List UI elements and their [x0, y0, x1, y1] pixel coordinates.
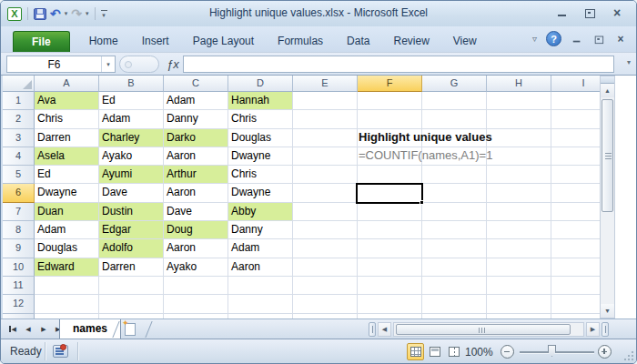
tab-review[interactable]: Review: [381, 31, 440, 52]
cell-H6[interactable]: [487, 184, 551, 202]
tab-scrollbar-split-handle[interactable]: [369, 322, 376, 337]
vertical-scrollbar[interactable]: ▲ ▼: [600, 76, 615, 318]
cell-C1[interactable]: Adam: [164, 92, 228, 110]
help-icon[interactable]: ?: [546, 31, 561, 46]
cell-B8[interactable]: Edgar: [99, 221, 164, 239]
cell-F9[interactable]: [358, 239, 422, 258]
page-break-view-button[interactable]: [445, 343, 462, 360]
name-box-dropdown-icon[interactable]: ▾: [101, 56, 115, 72]
cell-D2[interactable]: Chris: [228, 110, 293, 128]
cell-D4[interactable]: Dwayne: [228, 147, 293, 166]
fill-handle[interactable]: [420, 200, 424, 205]
cell-E12[interactable]: [293, 295, 358, 313]
resize-grip[interactable]: [632, 351, 633, 353]
cell-C6[interactable]: Aaron: [164, 184, 228, 202]
customize-quick-access-icon[interactable]: ▾: [101, 10, 107, 17]
cell-B6[interactable]: Dave: [99, 184, 164, 202]
cell-B9[interactable]: Adolfo: [99, 239, 164, 258]
cell-B5[interactable]: Ayumi: [99, 166, 164, 184]
cell-E6[interactable]: [293, 184, 358, 202]
cell-G1[interactable]: [422, 92, 487, 110]
cell-C12[interactable]: [164, 295, 228, 313]
row-header-3[interactable]: 3: [3, 129, 35, 147]
cell-B2[interactable]: Adam: [99, 110, 164, 128]
column-header-I[interactable]: I: [551, 76, 600, 92]
cell-D3[interactable]: Douglas: [228, 129, 293, 147]
column-header-F[interactable]: F: [358, 76, 422, 92]
cell-G10[interactable]: [422, 258, 487, 277]
cell-D12[interactable]: [228, 295, 293, 313]
first-sheet-icon[interactable]: ◀: [6, 322, 19, 336]
scroll-down-icon[interactable]: ▼: [601, 304, 614, 318]
tab-page-layout[interactable]: Page Layout: [181, 31, 266, 52]
cell-D10[interactable]: Aaron: [228, 258, 293, 277]
cell-B7[interactable]: Dustin: [99, 203, 164, 221]
cell-H8[interactable]: [487, 221, 551, 239]
tab-data[interactable]: Data: [335, 31, 381, 52]
cell-I7[interactable]: [551, 203, 600, 221]
cell-A10[interactable]: Edward: [35, 258, 99, 277]
cell-G5[interactable]: [422, 166, 487, 184]
cell-G9[interactable]: [422, 239, 487, 258]
cell-H3[interactable]: [487, 129, 551, 147]
cell-C5[interactable]: Arthur: [164, 166, 228, 184]
next-sheet-icon[interactable]: ▶: [37, 322, 50, 336]
cell-G2[interactable]: [422, 110, 487, 128]
zoom-in-icon[interactable]: [598, 345, 612, 359]
row-header-4[interactable]: 4: [3, 147, 35, 166]
cell-D6[interactable]: Dwayne: [228, 184, 293, 202]
row-header-8[interactable]: 8: [3, 221, 35, 239]
cell-I5[interactable]: [551, 166, 600, 184]
cell-E7[interactable]: [293, 203, 358, 221]
cell-I4[interactable]: [551, 147, 600, 166]
cell-A11[interactable]: [35, 277, 99, 295]
cell-F12[interactable]: [358, 295, 422, 313]
cell-E1[interactable]: [293, 92, 358, 110]
tab-home[interactable]: Home: [77, 31, 130, 52]
cell-C11[interactable]: [164, 277, 228, 295]
cell-A12[interactable]: [35, 295, 99, 313]
cell-A6[interactable]: Dwayne: [35, 184, 99, 202]
column-header-E[interactable]: E: [293, 76, 358, 92]
cell-I2[interactable]: [551, 110, 600, 128]
tab-insert[interactable]: Insert: [130, 31, 181, 52]
cell-C2[interactable]: Danny: [164, 110, 228, 128]
cell-A5[interactable]: Ed: [35, 166, 99, 184]
sheet-tab-names[interactable]: names: [59, 319, 121, 339]
cell-A3[interactable]: Darren: [35, 129, 99, 147]
zoom-level[interactable]: 100%: [465, 346, 493, 359]
cell-F10[interactable]: [358, 258, 422, 277]
close-icon[interactable]: ×: [611, 7, 623, 18]
vertical-scroll-thumb[interactable]: [602, 99, 613, 212]
zoom-slider-track[interactable]: [520, 351, 594, 353]
cell-C8[interactable]: Doug: [164, 221, 228, 239]
cell-I3[interactable]: [551, 129, 600, 147]
insert-function-icon[interactable]: ƒx: [167, 57, 179, 71]
cell-D8[interactable]: Danny: [228, 221, 293, 239]
zoom-slider-thumb[interactable]: [548, 345, 556, 357]
zoom-out-icon[interactable]: [500, 345, 514, 359]
cell-E2[interactable]: [293, 110, 358, 128]
cell-E10[interactable]: [293, 258, 358, 277]
cell-B4[interactable]: Ayako: [99, 147, 164, 166]
cell-F1[interactable]: [358, 92, 422, 110]
active-cell-F6[interactable]: [356, 183, 423, 204]
name-box[interactable]: F6 ▾: [6, 56, 116, 73]
row-header-12[interactable]: 12: [3, 295, 35, 313]
row-header-10[interactable]: 10: [3, 258, 35, 277]
cell-D1[interactable]: Hannah: [228, 92, 293, 110]
column-header-C[interactable]: C: [164, 76, 228, 92]
cell-I10[interactable]: [551, 258, 600, 277]
cell-H4[interactable]: [487, 147, 551, 166]
cell-G4[interactable]: [422, 147, 487, 166]
column-header-G[interactable]: G: [422, 76, 487, 92]
cell-F2[interactable]: [358, 110, 422, 128]
cell-E9[interactable]: [293, 239, 358, 258]
horizontal-scroll-thumb[interactable]: [396, 324, 571, 335]
cell-E3[interactable]: [293, 129, 358, 147]
scroll-right-icon[interactable]: ▶: [586, 322, 600, 337]
tab-view[interactable]: View: [441, 31, 489, 52]
cell-H1[interactable]: [487, 92, 551, 110]
cell-F7[interactable]: [358, 203, 422, 221]
row-header-11[interactable]: 11: [3, 277, 35, 295]
